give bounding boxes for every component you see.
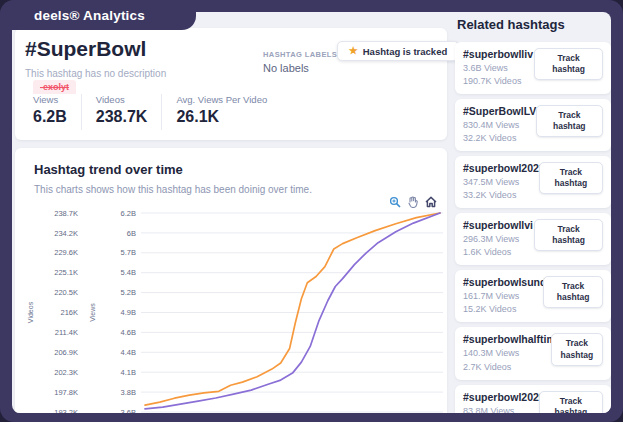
hashtag-name[interactable]: #superbowl2021	[463, 162, 535, 174]
hashtag-views: 830.4M Views	[463, 119, 532, 132]
track-hashtag-button[interactable]: Track hashtag	[543, 276, 603, 308]
related-hashtags-sidebar: Related hashtags #superbowlliv 3.6B View…	[455, 12, 611, 413]
hashtag-views: 140.3M Views	[463, 347, 547, 360]
chart-title: Hashtag trend over time	[34, 162, 183, 177]
track-hashtag-button[interactable]: Track hashtag	[551, 333, 603, 365]
stat-value: 238.7K	[96, 108, 148, 126]
hashtag-info: #superbowl2021 347.5M Views 33.2K Videos	[463, 162, 535, 202]
hashtag-views: 347.5M Views	[463, 176, 535, 189]
track-hashtag-button[interactable]: Track hashtag	[536, 105, 603, 137]
y-axis-left-tick: 202.3K	[54, 368, 78, 377]
series-line-videos	[145, 213, 440, 409]
related-hashtag-item: #superbowlliv 3.6B Views 190.7K Videos T…	[455, 42, 611, 94]
stat-value: 6.2B	[33, 108, 67, 126]
y-axis-right-tick: 5.2B	[121, 288, 136, 297]
hashtag-videos: 2.7K Videos	[463, 361, 547, 374]
hashtag-name[interactable]: #SuperBowlLV	[463, 105, 532, 117]
related-hashtag-item: #superbowl2021 347.5M Views 33.2K Videos…	[455, 156, 611, 208]
y-axis-left-tick: 234.2K	[54, 229, 78, 238]
y-axis-right-tick: 4.6B	[121, 328, 136, 337]
hashtag-videos: 32.2K Videos	[463, 132, 532, 145]
hashtag-info: #superbowl2020 83.8M Views 5.6K Videos	[463, 391, 535, 413]
hashtag-views: 161.7M Views	[463, 290, 539, 303]
y-axis-right-tick: 4.9B	[121, 308, 136, 317]
hashtag-videos: 15.2K Videos	[463, 303, 539, 316]
chart-toolbar	[388, 195, 437, 208]
track-hashtag-button[interactable]: Track hashtag	[539, 162, 603, 194]
hashtag-info: #superbowlliv 3.6B Views 190.7K Videos	[463, 48, 530, 88]
related-hashtag-item: #superbowlhalftimeshow 140.3M Views 2.7K…	[455, 327, 611, 379]
hashtag-name[interactable]: #superbowllvi	[463, 219, 530, 231]
y-axis-right-tick: 6B	[127, 229, 136, 238]
hashtag-description: This hashtag has no description	[25, 68, 166, 79]
pan-hand-icon[interactable]	[406, 195, 419, 208]
hashtag-name[interactable]: #superbowlliv	[463, 48, 530, 60]
hashtag-summary-card: #SuperBowl This hashtag has no descripti…	[15, 28, 447, 140]
trend-line-chart[interactable]: 238.7K6.2B234.2K6B229.6K5.7B225.1K5.4B22…	[15, 207, 447, 413]
stat-label: Views	[33, 94, 67, 105]
watermark-tag: -exolyt	[33, 80, 76, 94]
y-axis-left-tick: 220.5K	[54, 288, 78, 297]
star-icon: ★	[349, 46, 358, 56]
related-hashtag-item: #superbowlsunday 161.7M Views 15.2K Vide…	[455, 270, 611, 322]
app-header: deels® Analytics	[0, 0, 196, 30]
y-axis-right-tick: 6.2B	[121, 209, 136, 218]
related-hashtags-list: #superbowlliv 3.6B Views 190.7K Videos T…	[455, 42, 611, 413]
home-icon[interactable]	[424, 195, 437, 208]
hashtag-labels-caption: HASHTAG LABELS	[263, 50, 337, 59]
related-hashtag-item: #superbowl2020 83.8M Views 5.6K Videos T…	[455, 385, 611, 413]
y-axis-left-tick: 193.2K	[54, 408, 78, 413]
stat-value: 26.1K	[176, 108, 267, 126]
chart-subtitle: This charts shows how this hashtag has b…	[34, 184, 312, 195]
track-hashtag-button[interactable]: Track hashtag	[539, 391, 603, 413]
track-hashtag-button[interactable]: Track hashtag	[534, 48, 603, 80]
y-axis-right-tick: 3.8B	[121, 388, 136, 397]
y-axis-right-tick: 4.1B	[121, 368, 136, 377]
hashtag-tracked-button[interactable]: ★ Hashtag is tracked	[337, 41, 459, 61]
page-title: #SuperBowl	[25, 37, 146, 61]
y-axis-left-tick: 216K	[60, 308, 78, 317]
hashtag-views: 83.8M Views	[463, 405, 535, 413]
track-hashtag-button[interactable]: Track hashtag	[534, 219, 603, 251]
hashtag-name[interactable]: #superbowlsunday	[463, 276, 539, 288]
y-axis-right-tick: 5.7B	[121, 248, 136, 257]
y-axis-left-tick: 238.7K	[54, 209, 78, 218]
hashtag-name[interactable]: #superbowl2020	[463, 391, 535, 403]
tracked-button-label: Hashtag is tracked	[363, 46, 447, 57]
stat-label: Videos	[96, 94, 148, 105]
y-axis-right-tick: 3.6B	[121, 408, 136, 413]
related-hashtag-item: #superbowllvi 296.3M Views 1.6K Videos T…	[455, 213, 611, 265]
content-area: #SuperBowl This hashtag has no descripti…	[12, 12, 611, 413]
stat-views: Views 6.2B	[25, 94, 81, 134]
stat-avg-views-per-video: Avg. Views Per Video 26.1K	[162, 94, 281, 134]
hashtag-name[interactable]: #superbowlhalftimeshow	[463, 333, 547, 345]
sidebar-title: Related hashtags	[457, 17, 611, 32]
hashtag-videos: 190.7K Videos	[463, 75, 530, 88]
y-axis-right-tick: 4.4B	[121, 348, 136, 357]
hashtag-info: #superbowlsunday 161.7M Views 15.2K Vide…	[463, 276, 539, 316]
hashtag-videos: 33.2K Videos	[463, 189, 535, 202]
app-logo: deels® Analytics	[34, 8, 145, 23]
zoom-in-icon[interactable]	[388, 195, 401, 208]
hashtag-views: 3.6B Views	[463, 62, 530, 75]
hashtag-videos: 1.6K Videos	[463, 246, 530, 259]
stat-videos: Videos 238.7K	[82, 94, 162, 134]
hashtag-labels-value: No labels	[263, 62, 309, 74]
y-axis-left-tick: 197.8K	[54, 388, 78, 397]
y-axis-right-tick: 5.4B	[121, 268, 136, 277]
y-axis-right-title: Views	[89, 303, 96, 322]
hashtag-info: #superbowlhalftimeshow 140.3M Views 2.7K…	[463, 333, 547, 373]
hashtag-info: #SuperBowlLV 830.4M Views 32.2K Videos	[463, 105, 532, 145]
y-axis-left-tick: 225.1K	[54, 268, 78, 277]
y-axis-left-title: Videos	[27, 301, 34, 323]
y-axis-left-tick: 229.6K	[54, 248, 78, 257]
y-axis-left-tick: 206.9K	[54, 348, 78, 357]
y-axis-left-tick: 211.4K	[55, 328, 78, 337]
series-line-views	[145, 213, 440, 405]
hashtag-info: #superbowllvi 296.3M Views 1.6K Videos	[463, 219, 530, 259]
related-hashtag-item: #SuperBowlLV 830.4M Views 32.2K Videos T…	[455, 99, 611, 151]
stat-label: Avg. Views Per Video	[176, 94, 267, 105]
app-window: #SuperBowl This hashtag has no descripti…	[0, 0, 623, 422]
trend-chart-card: Hashtag trend over time This charts show…	[15, 148, 447, 413]
stats-row: Views 6.2B Videos 238.7K Avg. Views Per …	[25, 94, 437, 134]
